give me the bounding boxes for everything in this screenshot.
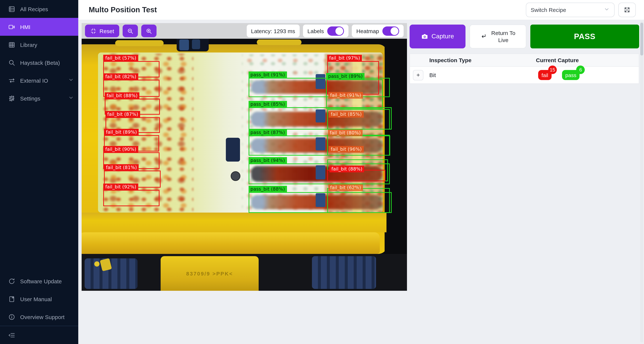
table-row[interactable]: + Bit fail 15 pass 6 — [410, 67, 639, 83]
page-scrollbar-thumb[interactable] — [640, 23, 643, 55]
top-bar-actions: Switch Recipe — [526, 2, 636, 17]
detection-label: pass_bit (94%) — [248, 157, 287, 164]
return-to-live-button[interactable]: Return To Live — [470, 24, 526, 48]
inspection-table-header: Inspection Type Current Capture — [410, 54, 639, 67]
fail-badge-label: fail — [542, 72, 548, 78]
zoom-in-icon — [146, 28, 152, 34]
hmi-icon — [8, 23, 15, 30]
detection-label: pass_bit (91%) — [248, 71, 287, 78]
sidebar-item-label: Overview Support — [20, 314, 74, 320]
zoom-in-button[interactable] — [141, 24, 156, 37]
sidebar-item-label: All Recipes — [20, 6, 74, 12]
labels-toggle-knob — [336, 27, 343, 35]
sidebar: All RecipesHMILibraryHaystack (Beta)Exte… — [0, 0, 78, 344]
info-icon — [8, 313, 15, 321]
capture-button[interactable]: Capture — [410, 24, 466, 48]
page-title: Multo Position Test — [89, 5, 157, 14]
sidebar-item-hmi[interactable]: HMI — [0, 18, 78, 36]
update-icon — [8, 277, 15, 285]
sidebar-item-label: User Manual — [20, 296, 74, 302]
sidebar-item-all-recipes[interactable]: All Recipes — [0, 0, 78, 18]
sidebar-item-external-io[interactable]: External IO — [0, 71, 78, 89]
fail-badge-count: 15 — [548, 65, 557, 74]
gear-icon — [8, 95, 15, 102]
detection-label: fail_bit (97%) — [327, 54, 362, 61]
detections-overlay: fail_bit (57%)fail_bit (82%)fail_bit (88… — [82, 39, 407, 291]
sidebar-item-label: HMI — [20, 24, 74, 30]
reset-view-label: Reset — [100, 28, 114, 34]
top-bar: Multo Position Test Switch Recipe — [78, 0, 644, 20]
switch-recipe-select[interactable]: Switch Recipe — [526, 2, 614, 17]
labels-toggle[interactable] — [327, 26, 344, 35]
heatmap-toggle-chip: Heatmap — [352, 24, 404, 37]
sidebar-item-label: Software Update — [20, 278, 74, 284]
action-buttons: Capture Return To Live PASS — [410, 24, 639, 48]
sidebar-item-software-update[interactable]: Software Update — [0, 272, 78, 290]
pass-status-label: PASS — [574, 32, 595, 41]
labels-toggle-label: Labels — [308, 28, 324, 34]
sidebar-item-label: Haystack (Beta) — [20, 59, 74, 66]
camera-icon — [421, 33, 428, 40]
detection-box-pass — [327, 188, 390, 213]
pass-count-badge: pass 6 — [562, 70, 580, 80]
latency-label: Latency: 1293 ms — [251, 28, 295, 34]
detection-label: fail_bit (89%) — [104, 129, 139, 136]
current-capture-header: Current Capture — [533, 57, 639, 63]
heatmap-toggle[interactable] — [382, 26, 399, 35]
detection-label: fail_bit (85%) — [329, 111, 364, 118]
sidebar-item-overview-support[interactable]: Overview Support — [0, 308, 78, 326]
recipes-icon — [8, 5, 15, 13]
sidebar-item-label: Library — [20, 41, 74, 48]
fullscreen-button[interactable] — [618, 2, 636, 17]
viewer-toolbar-right: Latency: 1293 ms Labels Heatmap — [246, 24, 404, 37]
detection-label: fail_bit (96%) — [329, 146, 364, 152]
sidebar-nav: All RecipesHMILibraryHaystack (Beta)Exte… — [0, 0, 78, 107]
zoom-out-icon — [127, 28, 134, 34]
manual-icon — [8, 295, 15, 303]
sidebar-item-settings[interactable]: Settings — [0, 89, 78, 107]
expand-arrows-icon — [624, 7, 630, 13]
camera-image[interactable]: 83709/9 >PPK< fail_bit (57%)fail_bit (82… — [82, 39, 407, 291]
inspection-table: Inspection Type Current Capture + Bit fa… — [410, 54, 639, 84]
reset-view-button[interactable]: Reset — [85, 24, 119, 37]
detection-label: pass_bit (87%) — [248, 129, 287, 136]
search-icon — [8, 59, 15, 66]
heatmap-toggle-label: Heatmap — [356, 28, 379, 34]
sidebar-spacer — [0, 107, 78, 272]
detection-label: fail_bit (92%) — [104, 183, 138, 190]
detection-label: fail_bit (62%) — [328, 184, 363, 191]
return-arrow-icon — [480, 33, 487, 40]
inspection-type-cell: Bit — [426, 72, 533, 78]
detection-label: fail_bit (87%) — [105, 111, 140, 117]
sidebar-item-library[interactable]: Library — [0, 36, 78, 54]
detection-label: pass_bit (88%) — [248, 186, 287, 193]
switch-recipe-label: Switch Recipe — [531, 7, 566, 13]
pass-badge-count: 6 — [576, 65, 585, 74]
detection-label: fail_bit (88%) — [330, 166, 364, 172]
sidebar-item-user-manual[interactable]: User Manual — [0, 290, 78, 308]
sidebar-footer: Software UpdateUser ManualOverview Suppo… — [0, 272, 78, 326]
pass-status-button[interactable]: PASS — [530, 24, 639, 48]
detection-box-fail — [104, 190, 159, 206]
library-icon — [8, 41, 15, 48]
sidebar-item-haystack-beta[interactable]: Haystack (Beta) — [0, 54, 78, 71]
return-to-live-label: Return To Live — [491, 29, 516, 44]
detection-label: pass_bit (89%) — [326, 73, 364, 80]
inspection-type-header: Inspection Type — [426, 57, 533, 63]
camera-viewer: Reset Latency: 1293 ms Labels Heatmap — [82, 23, 407, 291]
zoom-out-button[interactable] — [122, 24, 138, 37]
detection-label: fail_bit (81%) — [104, 164, 139, 171]
chevron-down-icon — [604, 6, 610, 13]
viewer-toolbar: Reset Latency: 1293 ms Labels Heatmap — [82, 23, 407, 39]
detection-label: fail_bit (82%) — [104, 73, 138, 80]
fail-count-badge: fail 15 — [538, 70, 552, 80]
detection-label: fail_bit (90%) — [104, 146, 138, 153]
sidebar-collapse-button[interactable] — [0, 326, 78, 344]
latency-chip: Latency: 1293 ms — [246, 24, 300, 37]
detection-label: fail_bit (88%) — [105, 92, 140, 99]
sidebar-item-label: External IO — [20, 77, 63, 84]
page-scrollbar — [640, 21, 643, 343]
current-capture-cell: fail 15 pass 6 — [533, 70, 639, 80]
hmi-app: All RecipesHMILibraryHaystack (Beta)Exte… — [0, 0, 644, 344]
expand-row-button[interactable]: + — [413, 70, 423, 80]
